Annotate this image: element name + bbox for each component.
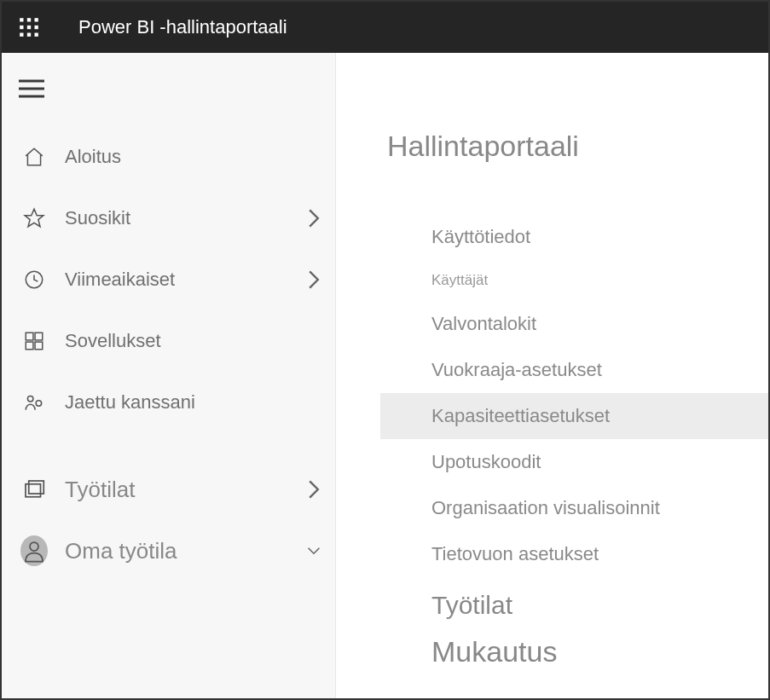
- admin-item-dataflow[interactable]: Tietovuon asetukset: [425, 531, 768, 577]
- sidebar-item-home[interactable]: Aloitus: [2, 126, 335, 188]
- sidebar-item-shared[interactable]: Jaettu kanssani: [2, 372, 335, 433]
- svg-point-21: [30, 542, 38, 551]
- admin-item-visuals[interactable]: Organisaation visualisoinnit: [425, 485, 768, 531]
- app-title: Power BI -hallintaportaali: [78, 16, 287, 38]
- admin-item-usage[interactable]: Käyttötiedot: [425, 214, 768, 260]
- star-icon: [20, 207, 48, 229]
- sidebar-item-label: Työtilat: [65, 477, 292, 503]
- home-icon: [20, 146, 48, 168]
- workspaces-icon: [20, 477, 48, 502]
- sidebar-item-label: Viimeaikaiset: [65, 269, 292, 291]
- hamburger-icon: [19, 78, 44, 99]
- chevron-down-icon: [292, 541, 335, 561]
- svg-rect-0: [20, 18, 23, 21]
- svg-point-17: [27, 396, 33, 402]
- svg-rect-6: [20, 33, 23, 37]
- svg-rect-7: [27, 33, 31, 37]
- nav-toggle-button[interactable]: [2, 78, 335, 126]
- svg-rect-16: [35, 342, 43, 350]
- svg-rect-3: [20, 26, 23, 29]
- sidebar-item-label: Sovellukset: [65, 330, 335, 352]
- admin-item-audit[interactable]: Valvontalokit: [425, 301, 768, 347]
- sidebar-item-workspaces[interactable]: Työtilat: [2, 459, 335, 520]
- top-bar: Power BI -hallintaportaali: [2, 2, 768, 53]
- admin-nav-list: Käyttötiedot Käyttäjät Valvontalokit Vuo…: [425, 214, 768, 680]
- svg-rect-5: [35, 26, 38, 29]
- chevron-right-icon: [292, 208, 335, 229]
- svg-rect-4: [27, 26, 31, 29]
- sidebar-divider: [2, 433, 335, 459]
- sidebar-item-recent[interactable]: Viimeaikaiset: [2, 249, 335, 310]
- page-title: Hallintaportaali: [387, 130, 768, 163]
- waffle-icon: [18, 16, 40, 38]
- avatar-icon: [20, 535, 48, 566]
- app-launcher-button[interactable]: [12, 10, 46, 44]
- clock-icon: [20, 269, 48, 291]
- svg-rect-19: [26, 484, 41, 497]
- svg-point-18: [36, 401, 41, 407]
- svg-rect-14: [35, 333, 43, 340]
- admin-item-tenant[interactable]: Vuokraaja-asetukset: [425, 347, 768, 393]
- admin-item-users[interactable]: Käyttäjät: [425, 260, 768, 301]
- shared-icon: [20, 391, 48, 414]
- chevron-right-icon: [292, 479, 335, 500]
- admin-item-embed[interactable]: Upotuskoodit: [425, 439, 768, 485]
- svg-rect-1: [27, 18, 31, 21]
- sidebar: Aloitus Suosikit Viimeaikaiset Sov: [2, 53, 336, 698]
- sidebar-item-label: Jaettu kanssani: [65, 391, 335, 414]
- apps-icon: [20, 330, 48, 352]
- svg-rect-13: [26, 333, 33, 340]
- svg-rect-8: [35, 33, 38, 37]
- chevron-right-icon: [292, 269, 335, 290]
- admin-item-custom[interactable]: Mukautus: [425, 632, 768, 680]
- body-area: Aloitus Suosikit Viimeaikaiset Sov: [2, 53, 768, 698]
- admin-item-workspaces[interactable]: Työtilat: [425, 577, 768, 632]
- admin-item-capacity[interactable]: Kapasiteettiasetukset: [380, 393, 768, 439]
- sidebar-item-label: Suosikit: [65, 207, 292, 229]
- sidebar-item-favorites[interactable]: Suosikit: [2, 188, 335, 249]
- svg-rect-15: [26, 342, 33, 350]
- sidebar-item-label: Aloitus: [65, 146, 335, 168]
- svg-rect-2: [35, 18, 38, 21]
- sidebar-item-my-workspace[interactable]: Oma työtila: [2, 520, 335, 581]
- sidebar-item-apps[interactable]: Sovellukset: [2, 310, 335, 372]
- main-content: Hallintaportaali Käyttötiedot Käyttäjät …: [336, 53, 768, 698]
- svg-rect-20: [29, 481, 44, 494]
- sidebar-item-label: Oma työtila: [65, 538, 292, 564]
